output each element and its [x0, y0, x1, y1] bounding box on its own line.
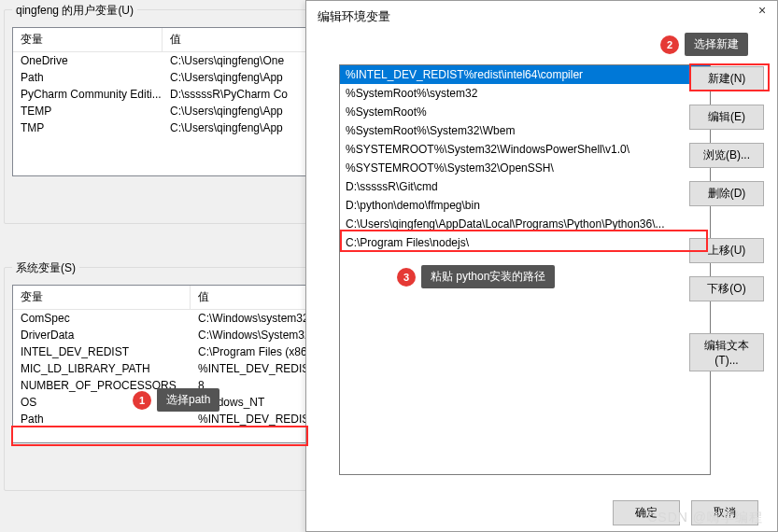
- move-down-button[interactable]: 下移(O): [689, 276, 764, 301]
- sys-vars-title: 系统变量(S): [12, 260, 79, 276]
- ok-button[interactable]: 确定: [613, 500, 680, 525]
- list-item[interactable]: D:\python\demo\ffmpeg\bin: [340, 196, 710, 215]
- list-item[interactable]: D:\sssssR\Git\cmd: [340, 177, 710, 196]
- delete-button[interactable]: 删除(D): [689, 181, 764, 206]
- list-item[interactable]: %SystemRoot%\system32: [340, 84, 710, 103]
- list-item[interactable]: %SystemRoot%\System32\Wbem: [340, 121, 710, 140]
- edit-env-var-dialog: 编辑环境变量 × %INTEL_DEV_REDIST%redist\intel6…: [305, 0, 778, 532]
- edit-button[interactable]: 编辑(E): [689, 105, 764, 130]
- list-item[interactable]: %SystemRoot%: [340, 103, 710, 121]
- cancel-button[interactable]: 取消: [691, 500, 758, 525]
- edit-text-button[interactable]: 编辑文本(T)...: [689, 333, 764, 371]
- move-up-button[interactable]: 上移(U): [689, 238, 764, 263]
- path-list[interactable]: %INTEL_DEV_REDIST%redist\intel64\compile…: [339, 64, 711, 475]
- close-icon[interactable]: ×: [751, 3, 773, 21]
- list-item[interactable]: C:\Program Files\nodejs\: [340, 233, 710, 252]
- list-item[interactable]: %SYSTEMROOT%\System32\OpenSSH\: [340, 159, 710, 177]
- list-item[interactable]: %INTEL_DEV_REDIST%redist\intel64\compile…: [340, 65, 710, 84]
- new-button[interactable]: 新建(N): [689, 66, 764, 91]
- sys-th-var[interactable]: 变量: [13, 286, 191, 309]
- list-item[interactable]: C:\Users\qingfeng\AppData\Local\Programs…: [340, 215, 710, 233]
- user-th-var[interactable]: 变量: [13, 28, 163, 51]
- user-vars-title: qingfeng 的用户变量(U): [12, 3, 137, 19]
- list-item[interactable]: %SYSTEMROOT%\System32\WindowsPowerShell\…: [340, 140, 710, 159]
- dialog-title: 编辑环境变量: [306, 1, 777, 33]
- browse-button[interactable]: 浏览(B)...: [689, 143, 764, 168]
